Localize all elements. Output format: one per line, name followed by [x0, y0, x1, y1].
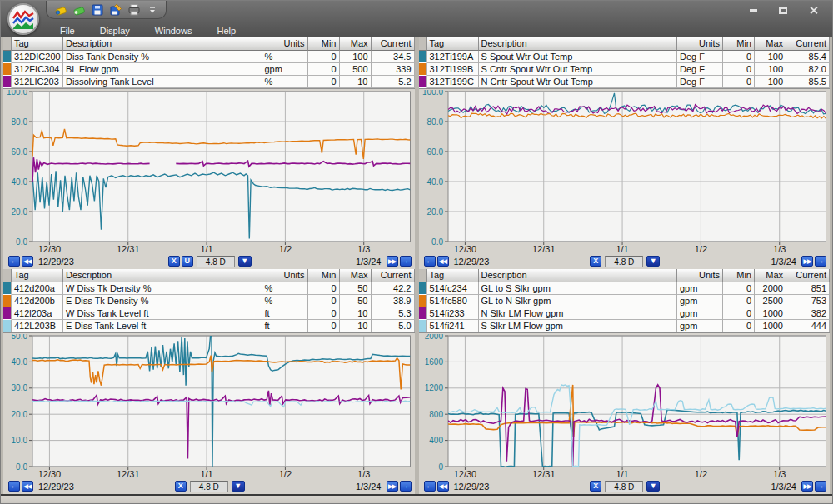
current-cell[interactable]: 382: [786, 307, 830, 320]
description-cell[interactable]: Diss Tank Density %: [63, 51, 262, 63]
description-cell[interactable]: BL Flow gpm: [63, 63, 262, 76]
scroll-left-button[interactable]: ←: [8, 256, 20, 267]
tag-cell[interactable]: 312Ti199A: [427, 51, 479, 63]
print-icon[interactable]: [127, 2, 141, 17]
units-cell[interactable]: %: [262, 76, 308, 88]
page-right-button[interactable]: ▶▶: [387, 481, 398, 492]
min-cell[interactable]: 0: [308, 320, 340, 332]
tag-row[interactable]: 312DIC200 Diss Tank Density % % 0 100 34…: [3, 51, 415, 63]
tag-row[interactable]: 312Ti199B S Cntr Spout Wtr Out Temp Deg …: [419, 63, 831, 76]
scroll-right-button[interactable]: →: [400, 481, 412, 492]
page-left-button[interactable]: ◀◀: [437, 256, 449, 267]
current-cell[interactable]: 5.2: [372, 76, 415, 88]
x-axis-button[interactable]: X: [590, 481, 601, 492]
scroll-left-button[interactable]: ←: [424, 481, 436, 492]
tag-row[interactable]: 312Ti199A S Spout Wtr Out Temp Deg F 0 1…: [419, 51, 831, 63]
tag-row[interactable]: 514fc234 GL to S Slkr gpm gpm 0 2000 851: [419, 282, 831, 295]
x-axis-button[interactable]: X: [168, 256, 180, 267]
units-cell[interactable]: gpm: [677, 282, 723, 295]
col-header-current[interactable]: Current: [372, 269, 415, 282]
col-header-description[interactable]: Description: [479, 269, 678, 282]
min-cell[interactable]: 0: [723, 76, 755, 88]
description-cell[interactable]: N Cntr Spout Wtr Out Temp: [479, 76, 678, 88]
tag-row[interactable]: 312LIC203 Dissolving Tank Level % 0 10 5…: [3, 76, 415, 88]
col-header-tag[interactable]: Tag: [12, 269, 63, 282]
menu-file[interactable]: File: [47, 26, 87, 36]
col-header-current[interactable]: Current: [372, 37, 415, 51]
col-header-max[interactable]: Max: [340, 269, 372, 282]
tag-cell[interactable]: 514fc234: [427, 282, 479, 295]
min-cell[interactable]: 0: [723, 51, 755, 63]
units-cell[interactable]: Deg F: [677, 63, 723, 76]
units-cell[interactable]: gpm: [262, 63, 308, 76]
min-cell[interactable]: 0: [308, 295, 340, 307]
current-cell[interactable]: 5.0: [372, 320, 415, 332]
scroll-right-button[interactable]: →: [815, 256, 826, 267]
current-cell[interactable]: 42.2: [372, 282, 415, 295]
trend-chart[interactable]: 200016001200800400012/3012/311/11/21/3: [421, 334, 829, 480]
col-header-max[interactable]: Max: [755, 37, 786, 51]
units-cell[interactable]: ft: [262, 320, 308, 332]
col-header-units[interactable]: Units: [677, 269, 723, 282]
close-button[interactable]: [804, 4, 822, 16]
tag-cell[interactable]: 412l203a: [12, 307, 63, 320]
current-cell[interactable]: 85.4: [786, 51, 830, 63]
page-right-button[interactable]: ▶▶: [801, 256, 813, 267]
max-cell[interactable]: 2000: [755, 282, 786, 295]
description-cell[interactable]: E Diss Tk Density %: [63, 295, 262, 307]
col-header-min[interactable]: Min: [723, 37, 755, 51]
description-cell[interactable]: W Diss Tank Level ft: [63, 307, 262, 320]
tag-row[interactable]: 412d200a W Diss Tk Density % % 0 50 42.2: [3, 282, 415, 295]
col-header-tag[interactable]: Tag: [427, 269, 479, 282]
save-as-icon[interactable]: [108, 2, 122, 17]
edit-tag-icon[interactable]: [72, 2, 86, 17]
col-header-tag[interactable]: Tag: [12, 37, 63, 51]
description-cell[interactable]: GL to S Slkr gpm: [479, 282, 678, 295]
col-header-min[interactable]: Min: [308, 37, 340, 51]
page-right-button[interactable]: ▶▶: [801, 481, 813, 492]
units-cell[interactable]: %: [262, 51, 308, 63]
description-cell[interactable]: GL to N Slkr gpm: [479, 295, 678, 307]
trend-chart[interactable]: 100.080.060.040.020.00.012/3012/311/11/2…: [421, 90, 829, 255]
col-header-units[interactable]: Units: [262, 269, 308, 282]
description-cell[interactable]: E Diss Tank Level ft: [63, 320, 262, 332]
page-left-button[interactable]: ◀◀: [22, 256, 33, 267]
range-dropdown-button[interactable]: ▼: [238, 256, 252, 267]
units-cell[interactable]: Deg F: [677, 76, 723, 88]
min-cell[interactable]: 0: [308, 307, 340, 320]
min-cell[interactable]: 0: [723, 307, 755, 320]
min-cell[interactable]: 0: [308, 63, 340, 76]
tag-row[interactable]: 412l203a W Diss Tank Level ft ft 0 10 5.…: [3, 307, 415, 320]
tag-cell[interactable]: 412d200b: [12, 295, 63, 307]
col-header-description[interactable]: Description: [479, 37, 678, 51]
range-dropdown-button[interactable]: ▼: [646, 256, 660, 267]
u-button[interactable]: U: [182, 256, 193, 267]
menu-display[interactable]: Display: [87, 26, 142, 36]
range-dropdown-button[interactable]: ▼: [232, 481, 245, 492]
units-cell[interactable]: %: [262, 282, 308, 295]
page-left-button[interactable]: ◀◀: [437, 481, 449, 492]
current-cell[interactable]: 339: [372, 63, 415, 76]
current-cell[interactable]: 444: [786, 320, 830, 332]
time-range-field[interactable]: 4.8 D: [197, 256, 235, 267]
col-header-units[interactable]: Units: [262, 37, 308, 51]
max-cell[interactable]: 1000: [755, 307, 786, 320]
max-cell[interactable]: 50: [340, 295, 372, 307]
units-cell[interactable]: gpm: [677, 295, 723, 307]
maximize-button[interactable]: [774, 4, 792, 16]
col-header-min[interactable]: Min: [723, 269, 755, 282]
tag-cell[interactable]: 312DIC200: [12, 51, 63, 63]
tag-row[interactable]: 412d200b E Diss Tk Density % % 0 50 38.9: [3, 295, 415, 307]
max-cell[interactable]: 100: [755, 51, 786, 63]
description-cell[interactable]: Dissolving Tank Level: [63, 76, 262, 88]
min-cell[interactable]: 0: [308, 76, 340, 88]
current-cell[interactable]: 753: [786, 295, 830, 307]
tag-row[interactable]: 514fc580 GL to N Slkr gpm gpm 0 2500 753: [419, 295, 831, 307]
trend-chart[interactable]: 100.080.060.040.020.00.012/3012/311/11/2…: [5, 90, 413, 255]
min-cell[interactable]: 0: [723, 282, 755, 295]
col-header-tag[interactable]: Tag: [427, 37, 479, 51]
menu-windows[interactable]: Windows: [142, 26, 205, 36]
current-cell[interactable]: 851: [786, 282, 830, 295]
col-header-current[interactable]: Current: [786, 269, 830, 282]
tag-row[interactable]: 312Ti199C N Cntr Spout Wtr Out Temp Deg …: [419, 76, 831, 88]
